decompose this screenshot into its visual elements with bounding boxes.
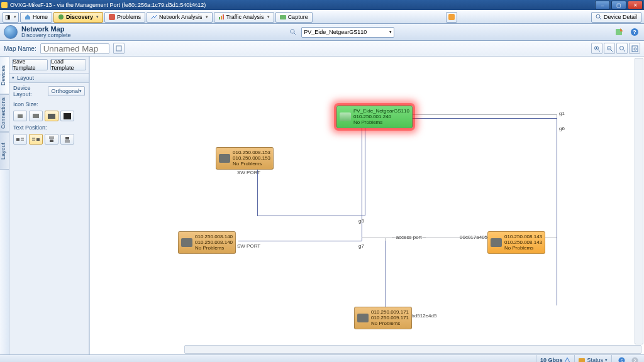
status-speed: 10 Gbps bbox=[536, 355, 571, 362]
node-switch[interactable]: PV_Eide_NetgearGS110 010.250.001.240 No … bbox=[336, 106, 413, 128]
tab-connections[interactable]: Connections bbox=[0, 94, 9, 132]
zoom-region-button[interactable] bbox=[629, 43, 640, 54]
window-minimize-button[interactable]: – bbox=[595, 1, 610, 9]
traffic-analysis-button[interactable]: Traffic Analysis▾ bbox=[214, 12, 274, 23]
svg-point-26 bbox=[634, 48, 636, 50]
node4-l2: 010.250.009.171 bbox=[371, 315, 409, 321]
device-select[interactable]: PV_Eide_NetgearGS110 ▾ bbox=[301, 27, 394, 38]
svg-rect-43 bbox=[579, 358, 585, 362]
discovery-icon bbox=[58, 14, 64, 20]
port-label-g8: g8 bbox=[358, 218, 364, 224]
canvas-horizontal-scrollbar[interactable] bbox=[184, 345, 641, 354]
orange-tool-icon bbox=[448, 14, 455, 20]
node1-l2: 010.250.008.153 bbox=[233, 155, 270, 161]
icon-size-l[interactable] bbox=[60, 111, 74, 121]
problems-button[interactable]: Problems bbox=[104, 12, 145, 23]
speed-icon bbox=[564, 357, 570, 362]
switch-device-icon bbox=[340, 112, 351, 121]
discovery-button[interactable]: Discovery▾ bbox=[53, 12, 103, 23]
svg-rect-7 bbox=[448, 14, 455, 20]
network-analysis-button[interactable]: Network Analysis▾ bbox=[147, 12, 213, 23]
map-name-input[interactable] bbox=[40, 43, 109, 54]
map-controls-row: Map Name: bbox=[0, 41, 644, 57]
zoom-in-button[interactable] bbox=[591, 43, 602, 54]
orange-tool-button[interactable] bbox=[446, 12, 457, 23]
zoom-fit-button[interactable] bbox=[616, 43, 628, 54]
traffic-analysis-label: Traffic Analysis bbox=[226, 14, 264, 20]
capture-label: Capture bbox=[288, 14, 308, 20]
node2-l3: No Problems bbox=[195, 245, 233, 251]
svg-rect-3 bbox=[219, 17, 220, 19]
svg-rect-2 bbox=[109, 14, 115, 20]
back-icon: ◨ bbox=[5, 14, 11, 20]
port-label-g7: g7 bbox=[358, 243, 364, 249]
text-pos-bottom[interactable] bbox=[60, 134, 74, 145]
canvas-vertical-scrollbar[interactable] bbox=[635, 58, 643, 344]
svg-rect-37 bbox=[50, 140, 53, 142]
svg-rect-5 bbox=[223, 14, 224, 19]
tab-layout[interactable]: Layout bbox=[0, 132, 9, 170]
status-nav bbox=[611, 355, 640, 362]
icon-size-xs[interactable] bbox=[13, 111, 27, 121]
zoom-out-button[interactable] bbox=[604, 43, 615, 54]
home-button[interactable]: Home bbox=[20, 12, 52, 23]
capture-button[interactable]: Capture bbox=[275, 12, 313, 23]
caret-down-icon: ▾ bbox=[12, 75, 14, 80]
node4-l3: No Problems bbox=[371, 321, 409, 326]
chevron-down-icon: ▾ bbox=[79, 89, 82, 94]
network-map-canvas[interactable]: g1 g6 g8 g7 SW PORT SW PORT – access por… bbox=[89, 57, 644, 354]
discovery-label: Discovery bbox=[66, 14, 93, 20]
node3-l3: No Problems bbox=[504, 245, 542, 251]
load-template-button[interactable]: Load Template bbox=[50, 59, 86, 70]
window-close-button[interactable]: ✕ bbox=[628, 1, 643, 9]
help-button[interactable]: ? bbox=[629, 26, 640, 38]
map-name-aux-button[interactable] bbox=[113, 43, 125, 54]
device-detail-label: Device Detail bbox=[604, 14, 637, 20]
layout-group-header[interactable]: ▾Layout bbox=[9, 73, 89, 83]
window-maximize-button[interactable]: ▢ bbox=[611, 1, 626, 9]
status-icon bbox=[579, 357, 585, 362]
node-device-3[interactable]: 010.250.008.143 010.250.008.143 No Probl… bbox=[487, 231, 545, 254]
page-header: Network Map Discovery complete PV_Eide_N… bbox=[0, 24, 644, 41]
icon-size-s[interactable] bbox=[29, 111, 43, 121]
svg-text:?: ? bbox=[633, 29, 636, 35]
app-icon bbox=[1, 2, 8, 8]
node-device-1[interactable]: 010.250.008.153 010.250.008.153 No Probl… bbox=[216, 147, 274, 170]
port-label-g1: g1 bbox=[559, 111, 565, 116]
status-chip[interactable]: Status ▾ bbox=[574, 355, 608, 362]
port-label-g6: g6 bbox=[559, 126, 565, 131]
tab-devices[interactable]: Devices bbox=[0, 57, 9, 94]
node-device-4[interactable]: 010.250.009.171 010.250.009.171 No Probl… bbox=[354, 307, 412, 329]
export-button[interactable] bbox=[614, 26, 625, 38]
node-device-2[interactable]: 010.250.008.140 010.250.008.140 No Probl… bbox=[178, 231, 236, 254]
status-forward-button[interactable] bbox=[629, 354, 640, 362]
status-speed-value: 10 Gbps bbox=[540, 357, 563, 362]
status-back-button[interactable] bbox=[616, 354, 627, 362]
back-button[interactable]: ◨▾ bbox=[3, 12, 19, 23]
save-template-button[interactable]: Save Template bbox=[12, 59, 48, 70]
layout-group-label: Layout bbox=[17, 75, 34, 81]
device-detail-button[interactable]: Device Detail bbox=[591, 12, 641, 23]
text-pos-right[interactable] bbox=[29, 134, 43, 145]
svg-line-17 bbox=[598, 50, 600, 52]
node-switch-ip: 010.250.001.240 bbox=[353, 114, 409, 119]
problems-icon bbox=[109, 14, 115, 20]
icon-size-m[interactable] bbox=[45, 111, 58, 121]
port-label-swport2: SW PORT bbox=[237, 243, 260, 249]
text-pos-top[interactable] bbox=[45, 134, 58, 145]
capture-icon bbox=[280, 14, 286, 20]
device-icon bbox=[181, 238, 192, 247]
globe-icon bbox=[4, 25, 18, 39]
main-toolbar: ◨▾ Home Discovery▾ Problems Network Anal… bbox=[0, 10, 644, 24]
side-tabstrip: Devices Connections Layout bbox=[0, 57, 9, 354]
window-titlebar: OVXG-MikeF-13 - via the Management Port … bbox=[0, 0, 644, 10]
svg-line-21 bbox=[611, 50, 613, 52]
text-pos-left[interactable] bbox=[13, 134, 27, 145]
svg-rect-6 bbox=[280, 15, 286, 19]
svg-point-1 bbox=[58, 14, 64, 19]
home-icon bbox=[25, 14, 31, 20]
svg-line-24 bbox=[623, 50, 625, 52]
node3-l1: 010.250.008.143 bbox=[504, 234, 542, 239]
device-layout-select[interactable]: Orthogonal▾ bbox=[48, 86, 85, 96]
svg-rect-30 bbox=[64, 113, 71, 119]
